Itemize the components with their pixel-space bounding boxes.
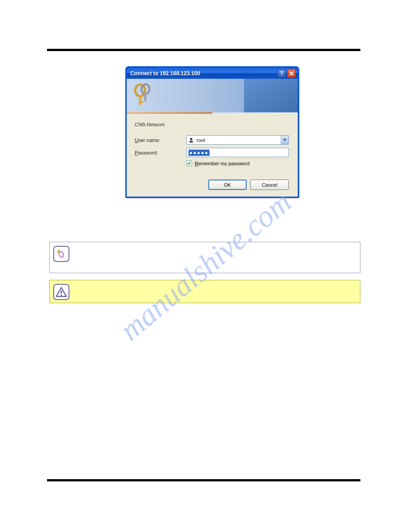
tip-icon xyxy=(53,246,69,262)
username-value: root xyxy=(197,137,281,143)
keys-icon xyxy=(132,82,154,107)
remember-label: Remember my password xyxy=(195,161,249,166)
cancel-button[interactable]: Cancel xyxy=(250,180,289,190)
chevron-down-icon xyxy=(283,139,287,142)
check-icon xyxy=(187,161,192,166)
dialog-body: CNB-Network User name: root Password: ●●… xyxy=(127,114,298,197)
user-icon xyxy=(188,137,195,144)
svg-rect-8 xyxy=(61,291,62,294)
svg-rect-9 xyxy=(61,295,62,296)
note-callout xyxy=(49,242,360,273)
svg-point-5 xyxy=(190,137,192,140)
auth-dialog: Connect to 192.168.123.100 ? CNB-Network… xyxy=(125,66,299,198)
help-button[interactable]: ? xyxy=(277,69,286,78)
realm-label: CNB-Network xyxy=(135,122,289,127)
dialog-titlebar[interactable]: Connect to 192.168.123.100 ? xyxy=(127,68,298,79)
dialog-banner xyxy=(127,79,298,112)
username-label: User name: xyxy=(135,137,186,143)
horizontal-rule-top xyxy=(47,49,360,51)
remember-checkbox[interactable] xyxy=(186,160,192,166)
warning-icon xyxy=(53,284,69,300)
close-button[interactable] xyxy=(287,69,296,78)
help-icon: ? xyxy=(280,70,283,77)
username-combobox[interactable]: root xyxy=(186,135,289,145)
svg-rect-4 xyxy=(144,93,146,101)
dialog-buttons: OK Cancel xyxy=(135,180,289,190)
caution-callout xyxy=(49,280,360,303)
password-label: Password: xyxy=(135,150,186,155)
dialog-title: Connect to 192.168.123.100 xyxy=(130,70,276,77)
password-input[interactable]: ●●●●● xyxy=(186,148,289,157)
svg-point-0 xyxy=(135,85,145,96)
svg-rect-2 xyxy=(141,101,144,103)
remember-row: Remember my password xyxy=(186,160,289,166)
password-value: ●●●●● xyxy=(188,150,210,156)
close-icon xyxy=(289,71,294,76)
svg-rect-1 xyxy=(139,95,141,105)
ok-button[interactable]: OK xyxy=(208,180,247,190)
horizontal-rule-bottom xyxy=(47,479,360,481)
username-row: User name: root xyxy=(135,135,289,145)
dropdown-arrow[interactable] xyxy=(281,136,288,144)
password-row: Password: ●●●●● xyxy=(135,148,289,157)
